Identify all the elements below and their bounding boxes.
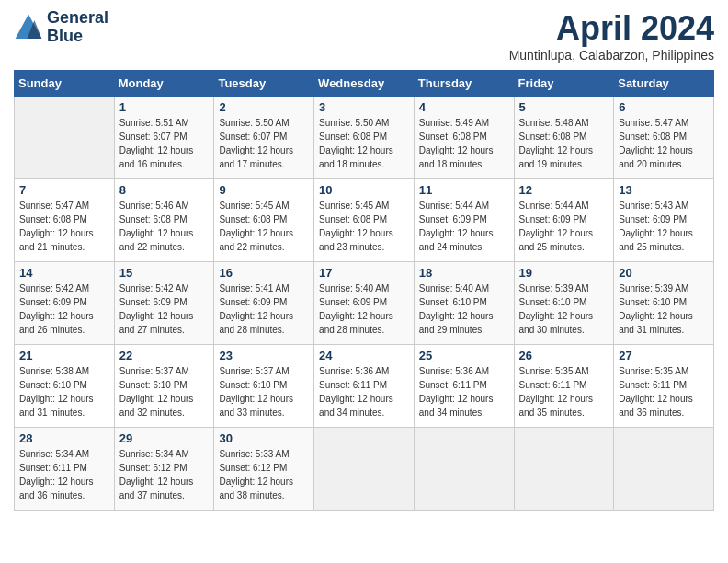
daylight-label: Daylight: 12 hours and 25 minutes. (519, 228, 594, 252)
calendar-cell: 23 Sunrise: 5:37 AM Sunset: 6:10 PM Dayl… (214, 345, 314, 428)
cell-info: Sunrise: 5:50 AM Sunset: 6:07 PM Dayligh… (219, 116, 309, 171)
day-number: 15 (119, 266, 210, 280)
cell-info: Sunrise: 5:47 AM Sunset: 6:08 PM Dayligh… (19, 199, 109, 254)
sunrise-label: Sunrise: 5:47 AM (619, 118, 688, 128)
sunset-label: Sunset: 6:09 PM (19, 297, 87, 307)
day-number: 8 (119, 183, 210, 197)
sunrise-label: Sunrise: 5:40 AM (319, 283, 389, 293)
day-number: 14 (19, 266, 109, 280)
day-number: 13 (619, 183, 709, 197)
day-number: 19 (519, 266, 609, 280)
calendar-cell: 30 Sunrise: 5:33 AM Sunset: 6:12 PM Dayl… (214, 428, 314, 511)
cell-info: Sunrise: 5:49 AM Sunset: 6:08 PM Dayligh… (419, 116, 509, 171)
logo-icon (14, 13, 43, 42)
day-number: 5 (519, 100, 609, 114)
daylight-label: Daylight: 12 hours and 16 minutes. (119, 145, 194, 169)
sunset-label: Sunset: 6:11 PM (519, 380, 587, 390)
calendar-cell: 11 Sunrise: 5:44 AM Sunset: 6:09 PM Dayl… (414, 179, 514, 262)
calendar-cell: 18 Sunrise: 5:40 AM Sunset: 6:10 PM Dayl… (414, 262, 514, 345)
weekday-row: Sunday Monday Tuesday Wednesday Thursday… (15, 71, 714, 97)
daylight-label: Daylight: 12 hours and 31 minutes. (619, 311, 693, 335)
calendar-cell: 8 Sunrise: 5:46 AM Sunset: 6:08 PM Dayli… (114, 179, 214, 262)
daylight-label: Daylight: 12 hours and 37 minutes. (119, 477, 194, 500)
day-number: 25 (419, 349, 509, 362)
calendar-cell: 26 Sunrise: 5:35 AM Sunset: 6:11 PM Dayl… (514, 345, 614, 428)
sunrise-label: Sunrise: 5:48 AM (519, 118, 589, 128)
day-number: 1 (119, 100, 210, 114)
day-number: 9 (219, 183, 309, 197)
sunrise-label: Sunrise: 5:50 AM (319, 118, 389, 128)
sunrise-label: Sunrise: 5:44 AM (419, 201, 489, 211)
daylight-label: Daylight: 12 hours and 20 minutes. (619, 145, 693, 169)
sunset-label: Sunset: 6:09 PM (219, 297, 287, 307)
sunset-label: Sunset: 6:10 PM (619, 297, 687, 307)
day-number: 16 (219, 266, 309, 280)
cell-info: Sunrise: 5:37 AM Sunset: 6:10 PM Dayligh… (219, 364, 309, 419)
sunset-label: Sunset: 6:12 PM (119, 463, 188, 473)
sunrise-label: Sunrise: 5:35 AM (619, 366, 688, 376)
calendar-cell: 7 Sunrise: 5:47 AM Sunset: 6:08 PM Dayli… (15, 179, 115, 262)
calendar-cell: 13 Sunrise: 5:43 AM Sunset: 6:09 PM Dayl… (614, 179, 714, 262)
day-number: 22 (119, 349, 210, 362)
calendar-cell: 3 Sunrise: 5:50 AM Sunset: 6:08 PM Dayli… (314, 97, 415, 179)
sunrise-label: Sunrise: 5:41 AM (219, 283, 289, 293)
sunset-label: Sunset: 6:08 PM (319, 132, 387, 142)
logo-text: General Blue (47, 9, 108, 46)
sunrise-label: Sunrise: 5:49 AM (419, 118, 489, 128)
calendar-week-2: 7 Sunrise: 5:47 AM Sunset: 6:08 PM Dayli… (15, 179, 714, 262)
sunrise-label: Sunrise: 5:34 AM (19, 449, 89, 459)
daylight-label: Daylight: 12 hours and 29 minutes. (419, 311, 494, 335)
calendar-cell: 27 Sunrise: 5:35 AM Sunset: 6:11 PM Dayl… (614, 345, 714, 428)
sunrise-label: Sunrise: 5:34 AM (119, 449, 189, 459)
day-number: 3 (319, 100, 409, 114)
cell-info: Sunrise: 5:33 AM Sunset: 6:12 PM Dayligh… (219, 447, 309, 502)
cell-info: Sunrise: 5:42 AM Sunset: 6:09 PM Dayligh… (19, 282, 109, 337)
calendar-week-1: 1 Sunrise: 5:51 AM Sunset: 6:07 PM Dayli… (15, 97, 714, 179)
calendar-cell (414, 428, 514, 511)
calendar-cell: 16 Sunrise: 5:41 AM Sunset: 6:09 PM Dayl… (214, 262, 314, 345)
calendar-cell: 28 Sunrise: 5:34 AM Sunset: 6:11 PM Dayl… (15, 428, 115, 511)
daylight-label: Daylight: 12 hours and 34 minutes. (419, 394, 494, 418)
sunset-label: Sunset: 6:10 PM (19, 380, 87, 390)
sunset-label: Sunset: 6:08 PM (19, 214, 87, 224)
sunset-label: Sunset: 6:12 PM (219, 463, 287, 473)
calendar-week-5: 28 Sunrise: 5:34 AM Sunset: 6:11 PM Dayl… (15, 428, 714, 511)
cell-info: Sunrise: 5:43 AM Sunset: 6:09 PM Dayligh… (619, 199, 709, 254)
daylight-label: Daylight: 12 hours and 18 minutes. (419, 145, 494, 169)
calendar-cell (614, 428, 714, 511)
sunrise-label: Sunrise: 5:37 AM (119, 366, 189, 376)
sunset-label: Sunset: 6:10 PM (419, 297, 487, 307)
monday-header: Monday (114, 71, 214, 97)
day-number: 18 (419, 266, 509, 280)
daylight-label: Daylight: 12 hours and 36 minutes. (19, 477, 94, 500)
day-number: 26 (519, 349, 609, 362)
sunset-label: Sunset: 6:08 PM (219, 214, 287, 224)
daylight-label: Daylight: 12 hours and 21 minutes. (19, 228, 94, 252)
sunrise-label: Sunrise: 5:38 AM (19, 366, 89, 376)
sunday-header: Sunday (15, 71, 115, 97)
sunrise-label: Sunrise: 5:43 AM (619, 201, 688, 211)
tuesday-header: Tuesday (214, 71, 314, 97)
daylight-label: Daylight: 12 hours and 17 minutes. (219, 145, 293, 169)
sunset-label: Sunset: 6:11 PM (619, 380, 687, 390)
cell-info: Sunrise: 5:44 AM Sunset: 6:09 PM Dayligh… (419, 199, 509, 254)
sunset-label: Sunset: 6:08 PM (319, 214, 387, 224)
month-title: April 2024 (509, 9, 714, 48)
cell-info: Sunrise: 5:42 AM Sunset: 6:09 PM Dayligh… (119, 282, 210, 337)
sunset-label: Sunset: 6:08 PM (419, 132, 487, 142)
day-number: 28 (19, 431, 109, 445)
calendar-cell (15, 97, 115, 179)
calendar-header: Sunday Monday Tuesday Wednesday Thursday… (15, 71, 714, 97)
wednesday-header: Wednesday (314, 71, 415, 97)
calendar-cell: 2 Sunrise: 5:50 AM Sunset: 6:07 PM Dayli… (214, 97, 314, 179)
daylight-label: Daylight: 12 hours and 32 minutes. (119, 394, 194, 418)
calendar-cell: 17 Sunrise: 5:40 AM Sunset: 6:09 PM Dayl… (314, 262, 415, 345)
daylight-label: Daylight: 12 hours and 19 minutes. (519, 145, 594, 169)
daylight-label: Daylight: 12 hours and 28 minutes. (319, 311, 393, 335)
daylight-label: Daylight: 12 hours and 33 minutes. (219, 394, 293, 418)
sunset-label: Sunset: 6:10 PM (119, 380, 188, 390)
sunrise-label: Sunrise: 5:36 AM (319, 366, 389, 376)
day-number: 7 (19, 183, 109, 197)
sunrise-label: Sunrise: 5:47 AM (19, 201, 89, 211)
sunrise-label: Sunrise: 5:33 AM (219, 449, 289, 459)
